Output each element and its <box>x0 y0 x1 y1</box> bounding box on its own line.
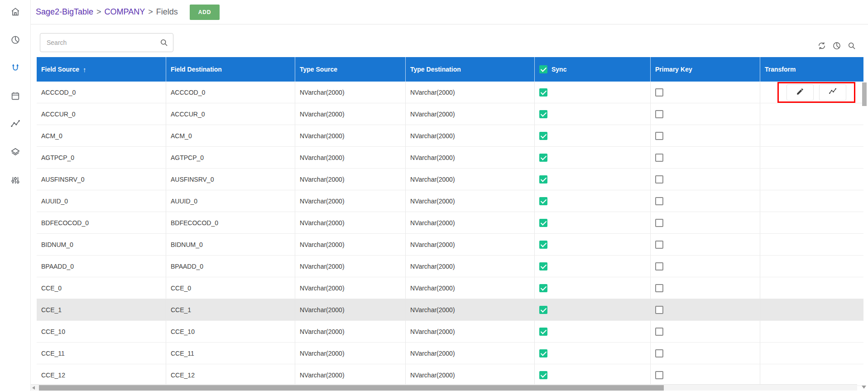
column-search-icon[interactable] <box>847 41 856 50</box>
sidebar-item-connections[interactable] <box>10 63 21 74</box>
cell-sync <box>535 256 651 277</box>
table-row: CCE_12 CCE_12 NVarchar(2000) NVarchar(20… <box>37 364 863 386</box>
cell-type-source: NVarchar(2000) <box>295 190 406 212</box>
primary-key-checkbox[interactable] <box>655 154 663 162</box>
add-button[interactable]: ADD <box>190 5 220 20</box>
primary-key-checkbox[interactable] <box>655 349 663 357</box>
search-input[interactable] <box>40 33 173 52</box>
transform-button[interactable] <box>819 84 846 101</box>
primary-key-checkbox[interactable] <box>655 262 663 270</box>
column-header-field-destination[interactable]: Field Destination <box>166 57 295 82</box>
vertical-scrollbar-thumb[interactable] <box>862 82 867 106</box>
sync-checkbox[interactable] <box>539 349 547 357</box>
column-header-field-source[interactable]: Field Source ↑ <box>37 57 166 82</box>
sync-checkbox[interactable] <box>539 88 547 97</box>
sync-checkbox[interactable] <box>539 284 547 292</box>
column-header-type-destination[interactable]: Type Destination <box>406 57 535 82</box>
cell-field-destination: AUUID_0 <box>166 190 295 212</box>
table-toolbar <box>817 41 856 50</box>
sidebar-item-transforms[interactable] <box>10 120 21 130</box>
sidebar-item-layers[interactable] <box>10 148 21 159</box>
cell-sync <box>535 234 651 255</box>
sync-checkbox[interactable] <box>539 328 547 336</box>
primary-key-checkbox[interactable] <box>655 175 663 183</box>
cell-primary-key <box>651 299 760 320</box>
sync-checkbox[interactable] <box>539 175 547 183</box>
cell-transform <box>760 212 863 233</box>
sidebar-item-dashboard[interactable] <box>10 35 21 46</box>
vertical-scrollbar-down-arrow[interactable] <box>862 386 866 389</box>
primary-key-checkbox[interactable] <box>655 284 663 292</box>
cell-field-destination: AGTPCP_0 <box>166 147 295 168</box>
sync-checkbox[interactable] <box>539 197 547 205</box>
table-row: CCE_10 CCE_10 NVarchar(2000) NVarchar(20… <box>37 321 863 343</box>
cell-sync <box>535 343 651 364</box>
column-label: Field Source <box>41 66 79 73</box>
horizontal-scrollbar-left-arrow[interactable] <box>32 386 35 390</box>
sync-checkbox[interactable] <box>539 241 547 249</box>
home-icon <box>10 7 20 19</box>
cell-primary-key <box>651 82 760 103</box>
cell-type-destination: NVarchar(2000) <box>406 234 535 255</box>
cell-type-source: NVarchar(2000) <box>295 234 406 255</box>
primary-key-checkbox[interactable] <box>655 219 663 227</box>
primary-key-checkbox[interactable] <box>655 197 663 205</box>
sync-checkbox[interactable] <box>539 219 547 227</box>
cell-field-source: CCE_1 <box>37 299 166 320</box>
column-header-transform[interactable]: Transform <box>760 57 863 82</box>
sync-checkbox[interactable] <box>539 110 547 118</box>
sync-checkbox[interactable] <box>539 371 547 379</box>
primary-key-checkbox[interactable] <box>655 110 663 118</box>
horizontal-scrollbar[interactable] <box>31 384 857 391</box>
refresh-icon[interactable] <box>817 41 826 50</box>
sidebar-item-home[interactable] <box>10 7 21 18</box>
edit-button[interactable] <box>786 84 814 101</box>
row-actions <box>777 82 855 103</box>
cell-field-destination: BPAADD_0 <box>166 256 295 277</box>
column-label: Sync <box>551 66 566 73</box>
table-row: CCE_1 CCE_1 NVarchar(2000) NVarchar(2000… <box>37 299 863 321</box>
table-row: CCE_0 CCE_0 NVarchar(2000) NVarchar(2000… <box>37 277 863 299</box>
sync-all-checkbox[interactable] <box>539 65 547 73</box>
column-header-sync[interactable]: Sync <box>535 57 651 82</box>
cell-field-destination: ACM_0 <box>166 125 295 146</box>
primary-key-checkbox[interactable] <box>655 371 663 379</box>
data-usage-icon[interactable] <box>832 41 841 50</box>
data-usage-icon <box>10 35 20 47</box>
cell-field-destination: BIDNUM_0 <box>166 234 295 255</box>
primary-key-checkbox[interactable] <box>655 328 663 336</box>
column-header-type-source[interactable]: Type Source <box>295 57 406 82</box>
layers-icon <box>10 147 20 159</box>
search-icon[interactable] <box>159 38 168 47</box>
cell-primary-key <box>651 343 760 364</box>
column-header-primary-key[interactable]: Primary Key <box>651 57 760 82</box>
cell-field-destination: CCE_1 <box>166 299 295 320</box>
sync-checkbox[interactable] <box>539 306 547 314</box>
primary-key-checkbox[interactable] <box>655 88 663 97</box>
cell-type-source: NVarchar(2000) <box>295 147 406 168</box>
primary-key-checkbox[interactable] <box>655 241 663 249</box>
sync-checkbox[interactable] <box>539 262 547 270</box>
cell-field-source: BDFECOCOD_0 <box>37 212 166 233</box>
table-row: ACCCOD_0 ACCCOD_0 NVarchar(2000) NVarcha… <box>37 82 863 103</box>
primary-key-checkbox[interactable] <box>655 306 663 314</box>
cell-transform <box>760 190 863 212</box>
primary-key-checkbox[interactable] <box>655 132 663 140</box>
horizontal-scrollbar-thumb[interactable] <box>39 385 664 391</box>
sidebar-item-settings[interactable] <box>10 176 21 187</box>
cell-type-destination: NVarchar(2000) <box>406 125 535 146</box>
cell-type-destination: NVarchar(2000) <box>406 147 535 168</box>
table-body: ACCCOD_0 ACCCOD_0 NVarchar(2000) NVarcha… <box>37 82 863 386</box>
cell-sync <box>535 321 651 342</box>
cell-sync <box>535 147 651 168</box>
sort-ascending-icon[interactable]: ↑ <box>83 66 86 73</box>
cell-primary-key <box>651 256 760 277</box>
breadcrumb-separator: > <box>148 7 153 17</box>
breadcrumb-entity[interactable]: COMPANY <box>105 7 145 17</box>
breadcrumb-table[interactable]: Sage2-BigTable <box>36 7 93 17</box>
sidebar-item-schedule[interactable] <box>10 92 21 102</box>
sync-checkbox[interactable] <box>539 154 547 162</box>
cell-type-destination: NVarchar(2000) <box>406 364 535 386</box>
sync-checkbox[interactable] <box>539 132 547 140</box>
cell-field-destination: CCE_11 <box>166 343 295 364</box>
